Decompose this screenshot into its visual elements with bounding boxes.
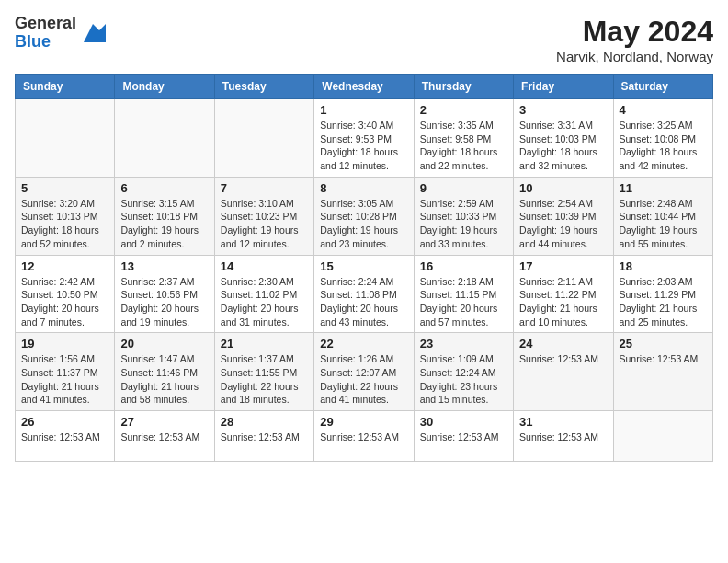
day-info: Sunrise: 12:53 AM [21,431,108,444]
day-number: 18 [620,259,707,273]
calendar-cell: 8Sunrise: 3:05 AM Sunset: 10:28 PM Dayli… [314,177,414,255]
day-number: 9 [420,181,507,195]
calendar-week-row: 5Sunrise: 3:20 AM Sunset: 10:13 PM Dayli… [16,177,713,255]
calendar-cell: 3Sunrise: 3:31 AM Sunset: 10:03 PM Dayli… [514,99,613,178]
calendar-week-row: 19Sunrise: 1:56 AM Sunset: 11:37 PM Dayl… [16,333,713,411]
calendar-cell [16,99,115,178]
calendar-cell: 6Sunrise: 3:15 AM Sunset: 10:18 PM Dayli… [115,177,214,255]
day-number: 3 [519,103,607,117]
header: General Blue May 2024 Narvik, Nordland, … [15,15,713,64]
calendar-cell: 29Sunrise: 12:53 AM [314,411,414,462]
calendar-cell: 11Sunrise: 2:48 AM Sunset: 10:44 PM Dayl… [613,177,712,255]
day-number: 31 [519,415,607,429]
calendar-cell: 24Sunrise: 12:53 AM [514,333,613,411]
day-number: 6 [120,181,208,195]
day-number: 1 [320,103,407,117]
calendar-cell: 10Sunrise: 2:54 AM Sunset: 10:39 PM Dayl… [514,177,613,255]
day-number: 19 [21,337,108,350]
day-number: 2 [420,103,507,117]
calendar-cell [115,99,214,178]
day-number: 10 [519,181,607,195]
day-info: Sunrise: 12:53 AM [519,431,607,444]
calendar-week-row: 26Sunrise: 12:53 AM27Sunrise: 12:53 AM28… [16,411,713,462]
calendar-cell: 5Sunrise: 3:20 AM Sunset: 10:13 PM Dayli… [16,177,115,255]
calendar-cell: 13Sunrise: 2:37 AM Sunset: 10:56 PM Dayl… [115,255,214,333]
day-number: 26 [21,415,108,429]
day-info: Sunrise: 3:15 AM Sunset: 10:18 PM Daylig… [120,197,208,251]
day-info: Sunrise: 2:30 AM Sunset: 11:02 PM Daylig… [221,275,308,329]
day-info: Sunrise: 12:53 AM [519,352,607,366]
logo: General Blue [15,15,106,52]
day-info: Sunrise: 3:20 AM Sunset: 10:13 PM Daylig… [21,197,108,251]
day-info: Sunrise: 1:47 AM Sunset: 11:46 PM Daylig… [120,352,208,407]
day-number: 20 [120,337,208,350]
day-number: 23 [420,337,507,350]
logo-general-text: General [15,15,76,33]
calendar-cell: 7Sunrise: 3:10 AM Sunset: 10:23 PM Dayli… [214,177,313,255]
calendar-cell [214,99,313,178]
calendar-header-row: SundayMondayTuesdayWednesdayThursdayFrid… [16,75,713,99]
calendar-cell: 12Sunrise: 2:42 AM Sunset: 10:50 PM Dayl… [16,255,115,333]
month-year-title: May 2024 [556,15,713,49]
day-number: 25 [620,337,707,350]
day-info: Sunrise: 2:54 AM Sunset: 10:39 PM Daylig… [519,197,607,251]
day-header-monday: Monday [115,75,214,99]
day-info: Sunrise: 1:09 AM Sunset: 12:24 AM Daylig… [420,352,507,407]
day-number: 12 [21,259,108,273]
day-info: Sunrise: 1:37 AM Sunset: 11:55 PM Daylig… [221,352,308,407]
day-header-wednesday: Wednesday [314,75,414,99]
calendar-cell: 25Sunrise: 12:53 AM [613,333,712,411]
day-number: 16 [420,259,507,273]
day-info: Sunrise: 3:05 AM Sunset: 10:28 PM Daylig… [320,197,407,251]
calendar-cell: 1Sunrise: 3:40 AM Sunset: 9:53 PM Daylig… [314,99,414,178]
day-header-sunday: Sunday [16,75,115,99]
svg-marker-0 [84,24,106,42]
calendar-cell: 30Sunrise: 12:53 AM [414,411,513,462]
calendar-cell: 15Sunrise: 2:24 AM Sunset: 11:08 PM Dayl… [314,255,414,333]
calendar-cell: 16Sunrise: 2:18 AM Sunset: 11:15 PM Dayl… [414,255,513,333]
day-info: Sunrise: 2:03 AM Sunset: 11:29 PM Daylig… [620,275,707,329]
day-info: Sunrise: 2:18 AM Sunset: 11:15 PM Daylig… [420,275,507,329]
day-header-thursday: Thursday [414,75,513,99]
day-number: 4 [620,103,707,117]
day-number: 22 [320,337,407,350]
calendar-cell: 23Sunrise: 1:09 AM Sunset: 12:24 AM Dayl… [414,333,513,411]
calendar-cell: 2Sunrise: 3:35 AM Sunset: 9:58 PM Daylig… [414,99,513,178]
day-info: Sunrise: 2:11 AM Sunset: 11:22 PM Daylig… [519,275,607,329]
day-number: 7 [221,181,308,195]
calendar-cell: 9Sunrise: 2:59 AM Sunset: 10:33 PM Dayli… [414,177,513,255]
day-number: 21 [221,337,308,350]
calendar-cell: 22Sunrise: 1:26 AM Sunset: 12:07 AM Dayl… [314,333,414,411]
calendar-cell: 21Sunrise: 1:37 AM Sunset: 11:55 PM Dayl… [214,333,313,411]
calendar-cell: 27Sunrise: 12:53 AM [115,411,214,462]
day-number: 15 [320,259,407,273]
day-info: Sunrise: 1:56 AM Sunset: 11:37 PM Daylig… [21,352,108,407]
day-number: 14 [221,259,308,273]
day-number: 30 [420,415,507,429]
calendar-cell: 31Sunrise: 12:53 AM [514,411,613,462]
day-info: Sunrise: 2:24 AM Sunset: 11:08 PM Daylig… [320,275,407,329]
day-number: 17 [519,259,607,273]
title-area: May 2024 Narvik, Nordland, Norway [556,15,713,64]
day-number: 13 [120,259,208,273]
calendar-cell: 26Sunrise: 12:53 AM [16,411,115,462]
day-header-tuesday: Tuesday [214,75,313,99]
day-info: Sunrise: 3:40 AM Sunset: 9:53 PM Dayligh… [320,119,407,173]
day-info: Sunrise: 12:53 AM [221,431,308,444]
day-number: 28 [221,415,308,429]
day-info: Sunrise: 3:10 AM Sunset: 10:23 PM Daylig… [221,197,308,251]
calendar-week-row: 1Sunrise: 3:40 AM Sunset: 9:53 PM Daylig… [16,99,713,178]
day-info: Sunrise: 12:53 AM [120,431,208,444]
logo-blue-text: Blue [15,33,76,52]
calendar-table: SundayMondayTuesdayWednesdayThursdayFrid… [15,74,713,462]
day-info: Sunrise: 3:35 AM Sunset: 9:58 PM Dayligh… [420,119,507,173]
day-info: Sunrise: 3:25 AM Sunset: 10:08 PM Daylig… [620,119,707,173]
day-info: Sunrise: 2:59 AM Sunset: 10:33 PM Daylig… [420,197,507,251]
calendar-cell: 4Sunrise: 3:25 AM Sunset: 10:08 PM Dayli… [613,99,712,178]
day-info: Sunrise: 2:42 AM Sunset: 10:50 PM Daylig… [21,275,108,329]
day-info: Sunrise: 12:53 AM [320,431,407,444]
day-number: 11 [620,181,707,195]
day-number: 5 [21,181,108,195]
calendar-cell: 17Sunrise: 2:11 AM Sunset: 11:22 PM Dayl… [514,255,613,333]
calendar-cell [613,411,712,462]
